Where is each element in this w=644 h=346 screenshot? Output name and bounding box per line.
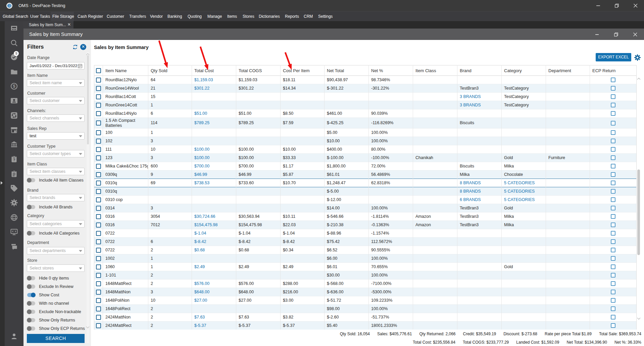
svg-text:$: $ xyxy=(13,84,15,89)
svg-text:?: ? xyxy=(13,158,15,162)
